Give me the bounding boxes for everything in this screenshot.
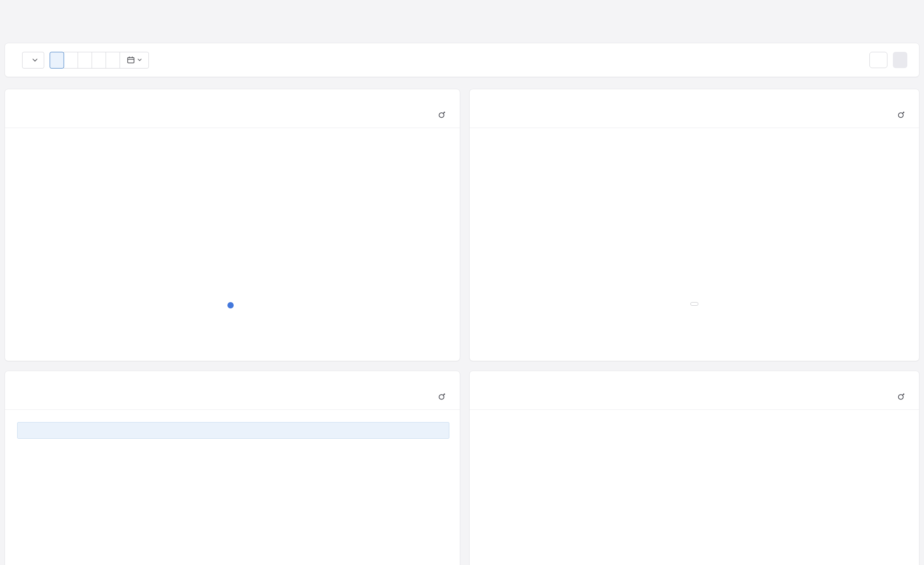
preset-30d[interactable] — [78, 52, 92, 69]
uniques-icon — [897, 111, 905, 119]
save-parameters-button[interactable] — [893, 52, 907, 68]
date-preset-group — [50, 52, 149, 69]
uniques-icon — [438, 111, 446, 119]
card-users-by-city — [5, 371, 460, 565]
chevron-down-icon — [138, 59, 142, 61]
card-search-origin — [469, 371, 919, 565]
chart-legend — [470, 302, 919, 306]
custom-date-range-button[interactable] — [120, 52, 149, 69]
card-daily-users — [5, 89, 460, 361]
filter-bar — [5, 43, 919, 77]
area-chart[interactable] — [470, 128, 920, 301]
city-bar-list — [5, 371, 460, 565]
card-users-by-platform — [469, 89, 919, 361]
granularity-dropdown[interactable] — [22, 52, 44, 69]
metric-toggle[interactable] — [438, 111, 449, 119]
uniques-icon — [897, 393, 905, 400]
bar-chart[interactable] — [470, 410, 919, 565]
calendar-icon — [127, 56, 135, 64]
top-n-badge[interactable] — [690, 302, 698, 306]
metric-toggle[interactable] — [897, 111, 908, 119]
chart-legend — [5, 302, 460, 308]
legend-dot — [227, 302, 234, 308]
preset-default[interactable] — [50, 52, 64, 69]
more-options-button[interactable] — [869, 52, 887, 68]
preset-90d[interactable] — [106, 52, 120, 69]
line-chart[interactable] — [5, 128, 461, 301]
preset-60d[interactable] — [92, 52, 106, 69]
chevron-down-icon — [32, 59, 37, 62]
metric-toggle[interactable] — [897, 393, 908, 400]
legend-item-all-users[interactable] — [227, 302, 238, 308]
preset-7d[interactable] — [64, 52, 78, 69]
